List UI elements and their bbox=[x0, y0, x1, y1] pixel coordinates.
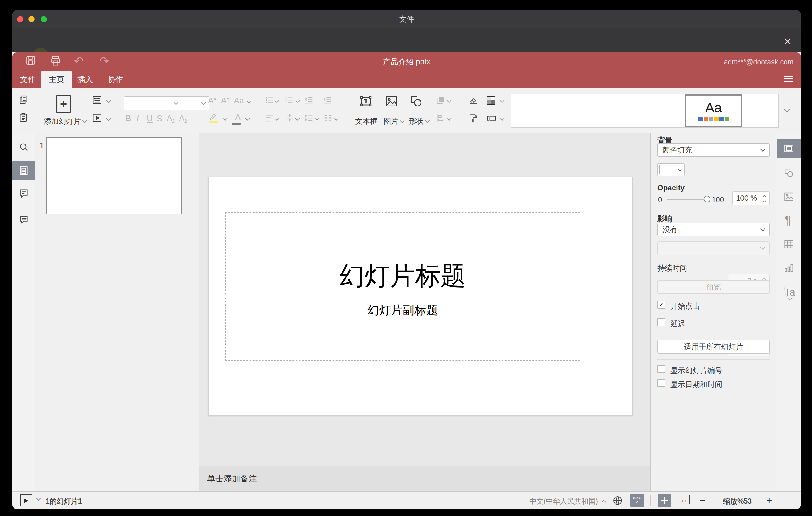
increase-font-icon[interactable]: A bbox=[208, 96, 216, 106]
fit-slide-button[interactable] bbox=[658, 494, 671, 507]
notes-area[interactable]: 单击添加备注 bbox=[199, 466, 650, 491]
show-slide-number-checkbox[interactable] bbox=[658, 365, 665, 373]
strikethrough-button[interactable]: S bbox=[157, 114, 162, 123]
textbox-icon[interactable] bbox=[358, 93, 373, 109]
theme-gallery-chevron-icon[interactable] bbox=[784, 107, 790, 113]
preview-button[interactable]: 预览 bbox=[658, 280, 770, 294]
highlight-chevron-icon[interactable] bbox=[223, 116, 228, 121]
notes-placeholder[interactable]: 单击添加备注 bbox=[207, 473, 257, 484]
add-slide-button[interactable]: + bbox=[56, 95, 71, 113]
numbered-list-icon[interactable] bbox=[285, 95, 294, 105]
paste-icon[interactable] bbox=[19, 113, 28, 122]
slide-layout-icon[interactable] bbox=[92, 95, 103, 105]
chart-settings-tab[interactable] bbox=[783, 262, 794, 274]
close-icon[interactable]: × bbox=[784, 34, 792, 48]
tab-file[interactable]: 文件 bbox=[16, 71, 40, 88]
spell-check-toggle[interactable]: ABC ✓ bbox=[630, 494, 644, 507]
theme-selected[interactable]: Aa bbox=[685, 94, 742, 127]
apply-to-all-button[interactable]: 适用于所有幻灯片 bbox=[658, 340, 770, 354]
bullet-chevron-icon[interactable] bbox=[274, 98, 280, 103]
image-settings-tab[interactable] bbox=[783, 191, 794, 202]
highlight-color-icon[interactable] bbox=[208, 113, 218, 121]
copy-icon[interactable] bbox=[19, 95, 28, 105]
image-label[interactable]: 图片 bbox=[379, 116, 408, 126]
start-on-click-checkbox[interactable]: ✓ bbox=[658, 300, 665, 309]
font-color-icon[interactable]: A bbox=[232, 113, 241, 125]
align-chevron-icon[interactable] bbox=[274, 116, 280, 121]
document-language-icon[interactable] bbox=[612, 495, 623, 506]
arrange-shape-icon[interactable] bbox=[436, 95, 445, 105]
shape-label[interactable]: 形状 bbox=[405, 116, 433, 126]
font-name-select[interactable] bbox=[124, 96, 182, 111]
slide-size-chevron-icon[interactable] bbox=[500, 116, 505, 121]
comments-icon[interactable] bbox=[19, 188, 29, 199]
line-spacing-icon[interactable] bbox=[304, 113, 314, 122]
opacity-slider-thumb[interactable] bbox=[704, 196, 710, 202]
increase-indent-icon[interactable] bbox=[323, 95, 332, 105]
clear-style-icon[interactable] bbox=[468, 95, 478, 105]
line-spacing-chevron-icon[interactable] bbox=[315, 116, 320, 121]
effect-type-select[interactable] bbox=[658, 241, 770, 255]
decrease-indent-icon[interactable] bbox=[304, 95, 314, 105]
align-shape-icon[interactable] bbox=[436, 113, 445, 123]
slide-subtitle-text[interactable]: 幻灯片副标题 bbox=[368, 298, 438, 318]
title-placeholder[interactable]: 幻灯片标题 bbox=[225, 212, 580, 294]
fill-type-select[interactable]: 颜色填充 bbox=[658, 143, 770, 157]
opacity-input[interactable]: 100 % bbox=[732, 191, 770, 205]
slide-title-text[interactable]: 幻灯片标题 bbox=[339, 259, 466, 294]
theme-blank[interactable] bbox=[742, 94, 778, 127]
theme-blank[interactable] bbox=[627, 94, 685, 127]
decrease-font-icon[interactable]: A bbox=[221, 96, 230, 106]
columns-chevron-icon[interactable] bbox=[334, 116, 339, 121]
opacity-slider-track[interactable] bbox=[667, 199, 707, 200]
menu-icon[interactable] bbox=[784, 74, 793, 84]
subscript-button[interactable]: A2 bbox=[179, 114, 187, 123]
insert-shape-icon[interactable] bbox=[409, 94, 423, 108]
textbox-label[interactable]: 文本框 bbox=[352, 116, 381, 126]
slideshow-mode-chevron-icon[interactable] bbox=[36, 496, 41, 500]
fit-width-button[interactable]: ↔ bbox=[679, 495, 690, 504]
search-icon[interactable] bbox=[19, 142, 29, 152]
select-colors-icon[interactable] bbox=[487, 96, 495, 105]
slides-panel-tab[interactable] bbox=[12, 162, 35, 180]
slide-layout-chevron-icon[interactable] bbox=[106, 98, 111, 103]
start-slideshow-status-icon[interactable]: ▶ bbox=[20, 494, 32, 507]
slide-canvas[interactable]: 幻灯片标题 幻灯片副标题 bbox=[208, 177, 633, 416]
paragraph-settings-tab[interactable]: ¶ bbox=[785, 213, 791, 227]
zoom-out-button[interactable]: − bbox=[700, 495, 705, 506]
add-slide-label[interactable]: 添加幻灯片 bbox=[42, 116, 88, 126]
delay-checkbox[interactable] bbox=[658, 318, 665, 326]
copy-style-icon[interactable] bbox=[468, 113, 478, 123]
underline-button[interactable]: U bbox=[147, 114, 153, 123]
superscript-button[interactable]: A2 bbox=[167, 114, 175, 123]
language-selector[interactable]: 中文(中华人民共和国) bbox=[527, 496, 598, 506]
subtitle-placeholder[interactable]: 幻灯片副标题 bbox=[225, 297, 580, 361]
select-colors-chevron-icon[interactable] bbox=[500, 98, 505, 103]
zoom-level[interactable]: 缩放%53 bbox=[719, 496, 756, 506]
zoom-in-button[interactable]: + bbox=[766, 495, 772, 506]
textart-settings-tab[interactable]: Ta bbox=[784, 286, 795, 300]
table-settings-tab[interactable] bbox=[783, 238, 794, 250]
align-shape-chevron-icon[interactable] bbox=[447, 116, 452, 121]
insert-image-icon[interactable] bbox=[384, 94, 399, 108]
tab-insert[interactable]: 插入 bbox=[73, 71, 97, 88]
slide-size-icon[interactable] bbox=[486, 113, 497, 123]
slideshow-chevron-icon[interactable] bbox=[106, 116, 111, 121]
vertical-align-chevron-icon[interactable] bbox=[295, 116, 300, 121]
font-color-chevron-icon[interactable] bbox=[245, 116, 250, 121]
change-case-chevron-icon[interactable] bbox=[247, 99, 252, 104]
theme-blank[interactable] bbox=[570, 94, 627, 127]
numbered-chevron-icon[interactable] bbox=[295, 98, 300, 103]
tab-collaboration[interactable]: 协作 bbox=[103, 71, 128, 88]
start-slideshow-icon[interactable] bbox=[92, 113, 103, 123]
vertical-align-icon[interactable] bbox=[285, 113, 294, 122]
fill-color-picker[interactable] bbox=[658, 163, 685, 176]
font-size-select[interactable] bbox=[179, 96, 209, 111]
effect-select[interactable]: 没有 bbox=[658, 223, 770, 236]
tab-home[interactable]: 主页 bbox=[41, 71, 71, 88]
theme-blank[interactable] bbox=[511, 94, 570, 127]
slide-thumbnail[interactable] bbox=[46, 137, 182, 214]
chat-icon[interactable] bbox=[19, 214, 29, 225]
slide-settings-tab[interactable] bbox=[777, 139, 801, 158]
bold-button[interactable]: B bbox=[125, 114, 132, 123]
